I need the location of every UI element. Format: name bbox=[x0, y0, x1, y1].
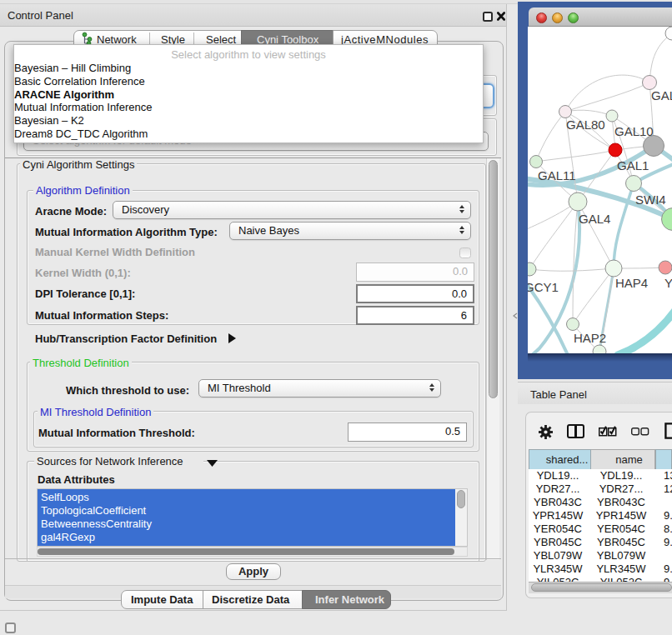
svg-text:GAL11: GAL11 bbox=[538, 168, 576, 182]
svg-text:GAL10: GAL10 bbox=[614, 124, 654, 138]
svg-text:GAL4: GAL4 bbox=[579, 212, 610, 226]
svg-text:GAL1: GAL1 bbox=[617, 158, 649, 172]
svg-text:GAL7: GAL7 bbox=[651, 88, 672, 102]
svg-text:HAP4: HAP4 bbox=[615, 276, 648, 290]
svg-text:GAL80: GAL80 bbox=[566, 118, 605, 132]
svg-text:SWI4: SWI4 bbox=[635, 192, 666, 207]
svg-text:GCY1: GCY1 bbox=[528, 280, 559, 294]
svg-text:HAP2: HAP2 bbox=[574, 331, 606, 345]
svg-text:Y: Y bbox=[664, 276, 672, 290]
